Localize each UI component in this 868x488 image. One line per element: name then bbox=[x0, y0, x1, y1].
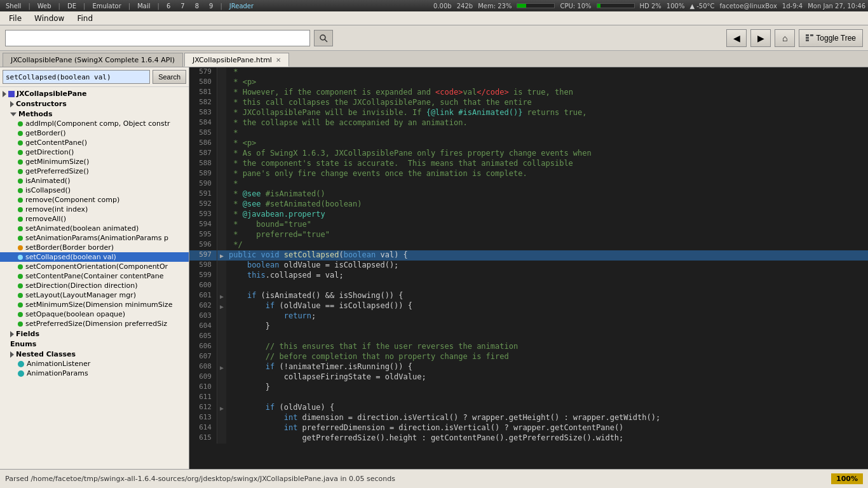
code-line-587: 587 * As of SwingX 1.6.3, JXCollapsibleP… bbox=[189, 149, 868, 159]
code-line-580: 580 * <p> bbox=[189, 78, 868, 88]
method-getDirection[interactable]: getDirection() bbox=[0, 147, 189, 157]
taskbar: Shell | Web | DE | Emulator | Mail | 6 7… bbox=[0, 0, 868, 11]
code-content[interactable]: 579 * 580 * <p> 581 * However, if the co… bbox=[189, 67, 868, 469]
method-setOpaque[interactable]: setOpaque(boolean opaque) bbox=[0, 309, 189, 319]
menu-window[interactable]: Window bbox=[29, 13, 69, 24]
toolbar-search-input[interactable] bbox=[5, 30, 310, 46]
green-dot-icon bbox=[18, 169, 23, 174]
code-line-596: 596 */ bbox=[189, 240, 868, 250]
expand-597[interactable]: ▶ bbox=[217, 250, 226, 261]
method-setCollapsed[interactable]: setCollapsed(boolean val) bbox=[0, 252, 189, 262]
code-line-608: 608 ▶ if (!animateTimer.isRunning()) { bbox=[189, 362, 868, 372]
code-line-594: 594 * bound="true" bbox=[189, 220, 868, 230]
nested-animationparams[interactable]: AnimationParams bbox=[0, 369, 189, 378]
method-search-input[interactable] bbox=[3, 70, 150, 84]
method-isAnimated[interactable]: isAnimated() bbox=[0, 176, 189, 186]
taskbar-9[interactable]: 9 bbox=[206, 2, 216, 10]
chevron-right-icon bbox=[10, 331, 14, 337]
code-line-590: 590 * bbox=[189, 179, 868, 189]
method-setLayout[interactable]: setLayout(LayoutManager mgr) bbox=[0, 290, 189, 300]
code-line-606: 606 // this ensures that if the user rev… bbox=[189, 342, 868, 352]
green-dot-icon bbox=[18, 226, 23, 231]
code-line-583: 583 * JXCollapsiblePane will be invisibl… bbox=[189, 108, 868, 118]
tab-html[interactable]: JXCollapsiblePane.html ✕ bbox=[184, 53, 289, 67]
method-setDirection[interactable]: setDirection(Direction direction) bbox=[0, 281, 189, 290]
tree-methods[interactable]: Methods bbox=[0, 109, 189, 119]
method-setContentPane[interactable]: setContentPane(Container contentPane bbox=[0, 271, 189, 281]
taskbar-de[interactable]: DE bbox=[64, 2, 79, 10]
tree-enums-label: Enums bbox=[10, 340, 36, 348]
interface-icon bbox=[18, 361, 24, 367]
nav-back-button[interactable]: ◀ bbox=[726, 29, 747, 47]
toolbar-search-button[interactable] bbox=[314, 30, 333, 46]
taskbar-mem-label: Mem: 23% bbox=[478, 3, 512, 10]
toggle-tree-button[interactable]: Toggle Tree bbox=[799, 29, 863, 47]
svg-rect-5 bbox=[810, 34, 813, 36]
method-removeInt[interactable]: remove(int index) bbox=[0, 205, 189, 214]
taskbar-7[interactable]: 7 bbox=[177, 2, 187, 10]
search-bar: Search bbox=[0, 67, 189, 87]
tree-enums[interactable]: Enums bbox=[0, 339, 189, 349]
tree-constructors-label: Constructors bbox=[16, 100, 67, 108]
tab-api[interactable]: JXCollapsiblePane (SwingX Complete 1.6.4… bbox=[3, 53, 183, 67]
tree-panel[interactable]: JXCollapsiblePane Constructors Methods a… bbox=[0, 87, 189, 469]
green-dot-icon bbox=[18, 302, 23, 308]
taskbar-vol: 100% bbox=[667, 3, 685, 10]
taskbar-cpu-label: CPU: 10% bbox=[560, 3, 591, 10]
taskbar-app[interactable]: JReader bbox=[226, 2, 257, 10]
taskbar-mail[interactable]: Mail bbox=[134, 2, 153, 10]
tree-constructors[interactable]: Constructors bbox=[0, 98, 189, 109]
status-text: Parsed /home/facetoe/tmp/swingx-all-1.6.… bbox=[5, 475, 395, 483]
taskbar-8[interactable]: 8 bbox=[192, 2, 202, 10]
code-line-605: 605 bbox=[189, 332, 868, 342]
green-dot-icon bbox=[18, 150, 23, 155]
taskbar-shell[interactable]: Shell bbox=[3, 2, 24, 10]
code-panel: 579 * 580 * <p> 581 * However, if the co… bbox=[189, 67, 868, 469]
nav-forward-button[interactable]: ▶ bbox=[750, 29, 771, 47]
method-addImpl[interactable]: addImpl(Component comp, Object constr bbox=[0, 119, 189, 128]
search-button[interactable]: Search bbox=[153, 70, 186, 84]
method-setPreferredSize[interactable]: setPreferredSize(Dimension preferredSiz bbox=[0, 319, 189, 329]
tree-nested[interactable]: Nested Classes bbox=[0, 349, 189, 359]
chevron-down-icon bbox=[10, 112, 17, 116]
method-getContentPane[interactable]: getContentPane() bbox=[0, 138, 189, 147]
expand-608[interactable]: ▶ bbox=[217, 362, 226, 372]
method-getPreferredSize[interactable]: getPreferredSize() bbox=[0, 166, 189, 176]
taskbar-emulator[interactable]: Emulator bbox=[89, 2, 124, 10]
menu-file[interactable]: File bbox=[4, 13, 27, 24]
expand-601[interactable]: ▶ bbox=[217, 291, 226, 301]
code-line-601: 601 ▶ if (isAnimated() && isShowing()) { bbox=[189, 291, 868, 301]
code-line-591: 591 * @see #isAnimated() bbox=[189, 189, 868, 200]
expand-602[interactable]: ▶ bbox=[217, 301, 226, 311]
taskbar-web[interactable]: Web bbox=[34, 2, 55, 10]
method-setAnimated[interactable]: setAnimated(boolean animated) bbox=[0, 224, 189, 233]
tree-icon bbox=[806, 34, 813, 42]
green-dot-icon bbox=[18, 274, 23, 279]
menu-find[interactable]: Find bbox=[72, 13, 98, 24]
method-removeAll[interactable]: removeAll() bbox=[0, 214, 189, 224]
tab-html-close[interactable]: ✕ bbox=[276, 57, 281, 64]
method-removeComp[interactable]: remove(Component comp) bbox=[0, 195, 189, 205]
tree-root[interactable]: JXCollapsiblePane bbox=[0, 88, 189, 98]
nested-animationlistener[interactable]: AnimationListener bbox=[0, 359, 189, 369]
method-setMinimumSize[interactable]: setMinimumSize(Dimension minimumSize bbox=[0, 300, 189, 309]
expand-612[interactable]: ▶ bbox=[217, 403, 226, 413]
code-line-589: 589 * pane's only fire change events onc… bbox=[189, 169, 868, 179]
toolbar: ◀ ▶ ⌂ Toggle Tree bbox=[0, 25, 868, 51]
method-setComponentOrientation[interactable]: setComponentOrientation(ComponentOr bbox=[0, 262, 189, 271]
method-getBorder[interactable]: getBorder() bbox=[0, 128, 189, 138]
nav-home-button[interactable]: ⌂ bbox=[775, 29, 795, 47]
green-dot-icon bbox=[18, 159, 23, 165]
tree-fields[interactable]: Fields bbox=[0, 329, 189, 339]
taskbar-mem-val: 242b bbox=[457, 3, 473, 10]
tree-root-label: JXCollapsiblePane bbox=[17, 90, 87, 98]
green-dot-icon bbox=[18, 255, 23, 260]
code-line-599: 599 this.collapsed = val; bbox=[189, 271, 868, 281]
method-getMinimumSize[interactable]: getMinimumSize() bbox=[0, 157, 189, 166]
code-line-581: 581 * However, if the component is expan… bbox=[189, 88, 868, 98]
taskbar-6[interactable]: 6 bbox=[163, 2, 173, 10]
method-isCollapsed[interactable]: isCollapsed() bbox=[0, 186, 189, 195]
method-setBorder[interactable]: setBorder(Border border) bbox=[0, 243, 189, 252]
method-setAnimationParams[interactable]: setAnimationParams(AnimationParams p bbox=[0, 233, 189, 243]
tabs-bar: JXCollapsiblePane (SwingX Complete 1.6.4… bbox=[0, 51, 868, 67]
